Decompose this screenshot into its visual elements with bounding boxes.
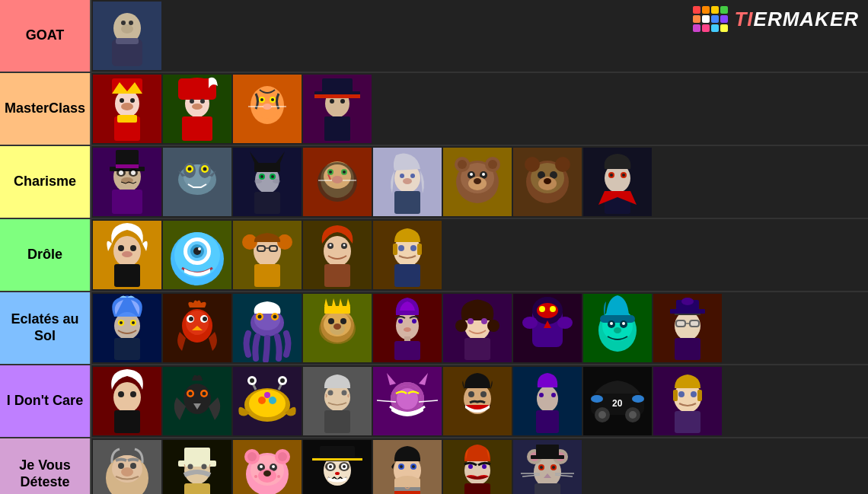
svg-point-282	[591, 395, 603, 403]
svg-point-244	[203, 392, 206, 396]
svg-point-23	[192, 104, 203, 110]
svg-point-109	[525, 157, 540, 172]
list-item	[373, 294, 442, 362]
tier-row-drole: Drôle	[0, 219, 868, 292]
svg-point-277	[539, 393, 544, 397]
list-item	[93, 367, 161, 435]
svg-point-321	[263, 470, 271, 476]
svg-point-260	[328, 390, 333, 396]
svg-rect-184	[324, 306, 350, 314]
list-item: 20	[583, 367, 652, 435]
list-item	[443, 148, 512, 216]
svg-point-205	[481, 318, 487, 324]
svg-point-120	[622, 174, 625, 177]
tier-row-dontcare: I Don't Care	[0, 365, 868, 438]
svg-rect-16	[117, 115, 137, 123]
svg-rect-291	[673, 390, 678, 401]
svg-rect-7	[116, 38, 139, 44]
logo-cell	[702, 15, 710, 23]
svg-point-171	[189, 317, 193, 321]
svg-point-243	[189, 392, 193, 396]
logo-cell	[693, 6, 700, 14]
svg-point-319	[272, 465, 275, 468]
tier-label-masterclass: MasterClass	[0, 73, 91, 145]
svg-rect-164	[114, 338, 140, 360]
svg-point-51	[131, 171, 136, 175]
svg-rect-150	[324, 264, 350, 287]
svg-point-41	[340, 99, 345, 104]
list-item	[653, 294, 722, 362]
list-item	[583, 148, 652, 216]
svg-rect-295	[675, 411, 700, 433]
svg-point-72	[254, 179, 262, 183]
svg-point-276	[537, 386, 558, 412]
svg-point-167	[186, 311, 209, 335]
list-item	[303, 367, 372, 435]
svg-point-333	[329, 465, 332, 468]
logo-cell	[711, 24, 719, 32]
svg-point-307	[202, 464, 207, 470]
svg-point-306	[188, 464, 193, 470]
tier-label-dontcare: I Don't Care	[0, 365, 91, 437]
svg-point-318	[260, 465, 263, 468]
svg-point-148	[330, 244, 332, 247]
svg-point-14	[130, 98, 135, 103]
list-item	[93, 148, 161, 216]
svg-point-254	[250, 378, 254, 383]
svg-point-30	[260, 98, 263, 101]
main-container: TiERMAKER GOAT	[0, 0, 868, 494]
svg-point-31	[271, 98, 274, 101]
svg-rect-230	[676, 320, 685, 327]
list-item	[163, 148, 231, 216]
svg-point-273	[468, 391, 474, 397]
svg-point-105	[474, 178, 481, 184]
list-item	[163, 440, 231, 494]
tier-items-charisme	[91, 146, 868, 218]
svg-point-299	[118, 463, 124, 469]
list-item	[373, 440, 442, 494]
list-item	[513, 440, 582, 494]
svg-point-214	[522, 317, 538, 329]
svg-point-236	[118, 391, 124, 397]
svg-point-235	[113, 382, 141, 413]
list-item	[303, 294, 372, 362]
svg-point-126	[122, 251, 132, 257]
svg-point-301	[121, 467, 133, 476]
tier-label-jevous: Je Vous Déteste	[0, 438, 91, 494]
logo-cell	[711, 15, 719, 23]
svg-rect-92	[394, 191, 420, 214]
svg-point-197	[412, 319, 416, 323]
svg-point-344	[400, 465, 403, 468]
svg-point-89	[400, 174, 404, 178]
list-item	[513, 148, 582, 216]
svg-rect-262	[324, 410, 350, 433]
svg-rect-39	[314, 94, 360, 98]
list-item	[93, 221, 161, 289]
svg-point-198	[404, 327, 411, 332]
logo-cell	[711, 6, 719, 14]
svg-point-21	[190, 99, 194, 104]
logo-cell	[702, 24, 710, 32]
svg-rect-42	[324, 116, 350, 141]
logo-cell	[702, 6, 710, 14]
svg-point-349	[482, 464, 487, 469]
svg-point-4	[121, 21, 126, 25]
svg-point-3	[121, 24, 133, 33]
svg-point-212	[550, 306, 556, 312]
svg-rect-24	[182, 116, 212, 141]
svg-point-90	[410, 174, 415, 178]
svg-point-224	[614, 327, 621, 333]
svg-point-211	[539, 306, 545, 312]
logo-cell	[720, 6, 728, 14]
svg-point-322	[254, 475, 257, 478]
logo-cell	[720, 24, 728, 32]
list-item	[443, 440, 512, 494]
svg-point-178	[258, 315, 262, 319]
svg-point-288	[629, 411, 637, 419]
svg-point-119	[610, 174, 613, 177]
tier-items-drole	[91, 219, 868, 291]
svg-rect-358	[531, 455, 564, 459]
svg-rect-127	[114, 264, 140, 287]
svg-point-12	[121, 103, 133, 110]
svg-point-13	[120, 98, 124, 103]
